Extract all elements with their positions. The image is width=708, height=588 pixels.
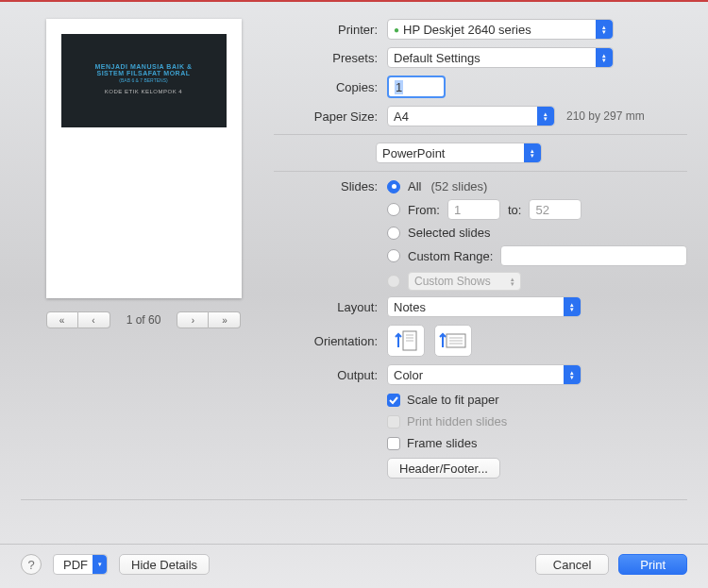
output-label: Output: <box>274 368 387 382</box>
slides-from-value: 1 <box>454 203 461 217</box>
updown-icon: ▴▾ <box>564 365 581 384</box>
slide-subtitle: KODE ETIK KELOMPOK 4 <box>105 89 182 94</box>
presets-label: Presets: <box>274 51 387 65</box>
slide-thumbnail: MENJADI MANUSIA BAIK & SISTEM FILSAFAT M… <box>61 34 227 127</box>
check-icon <box>389 395 398 405</box>
scale-checkbox[interactable] <box>387 394 400 407</box>
slides-from-input[interactable]: 1 <box>447 199 500 220</box>
hide-details-label: Hide Details <box>131 558 197 572</box>
output-select[interactable]: Color ▴▾ <box>387 364 582 385</box>
updown-icon: ▴▾ <box>524 143 541 162</box>
preview-last-button[interactable]: » <box>209 311 241 328</box>
print-button[interactable]: Print <box>618 554 687 575</box>
slides-custom-range-input[interactable] <box>500 245 687 266</box>
app-section-select[interactable]: PowerPoint ▴▾ <box>376 143 542 163</box>
hidden-checkbox <box>387 415 400 428</box>
app-section-value: PowerPoint <box>382 146 445 160</box>
layout-value: Notes <box>394 300 426 314</box>
copies-label: Copies: <box>274 80 387 94</box>
frame-label: Frame slides <box>407 436 477 450</box>
hide-details-button[interactable]: Hide Details <box>119 554 210 575</box>
layout-label: Layout: <box>274 300 387 314</box>
slides-all-count: (52 slides) <box>430 179 487 193</box>
orientation-portrait-button[interactable] <box>387 325 425 357</box>
slide-title-line2: SISTEM FILSAFAT MORAL <box>96 70 190 76</box>
slide-title-line1: MENJADI MANUSIA BAIK & <box>95 63 193 70</box>
updown-icon: ▴▾ <box>564 297 581 316</box>
slides-all-radio[interactable] <box>387 180 400 193</box>
scale-label: Scale to fit paper <box>407 393 499 407</box>
printer-value: HP Deskjet 2640 series <box>403 23 531 37</box>
layout-select[interactable]: Notes ▴▾ <box>387 296 582 317</box>
header-footer-button[interactable]: Header/Footer... <box>387 458 500 479</box>
orientation-landscape-button[interactable] <box>434 325 472 357</box>
help-icon: ? <box>27 558 34 572</box>
print-label: Print <box>640 558 666 572</box>
help-button[interactable]: ? <box>21 554 42 575</box>
copies-value: 1 <box>395 80 403 94</box>
slides-to-value: 52 <box>535 203 548 217</box>
pdf-menu[interactable]: PDF ▾ <box>53 554 108 575</box>
hidden-label: Print hidden slides <box>407 414 507 428</box>
paper-size-value: A4 <box>394 109 409 124</box>
slides-from-radio[interactable] <box>387 203 400 216</box>
printer-select[interactable]: ● HP Deskjet 2640 series ▴▾ <box>387 19 614 40</box>
presets-value: Default Settings <box>394 51 480 65</box>
preview-next-button[interactable]: › <box>177 311 209 328</box>
down-icon: ▾ <box>93 555 107 574</box>
slides-custom-shows-radio <box>387 275 400 288</box>
preview-prev-button[interactable]: ‹ <box>78 311 110 328</box>
output-value: Color <box>394 368 423 382</box>
print-preview: MENJADI MANUSIA BAIK & SISTEM FILSAFAT M… <box>46 19 242 298</box>
slides-custom-shows-label: Custom Shows <box>414 275 491 288</box>
slides-selected-label: Selected slides <box>408 226 490 240</box>
updown-icon: ▴▾ <box>596 48 613 67</box>
presets-select[interactable]: Default Settings ▴▾ <box>387 47 614 68</box>
slide-title-line2b: (BAB 6 & 7 BERTENS) <box>119 77 167 83</box>
updown-icon: ▴▾ <box>505 273 520 290</box>
printer-status-icon: ● <box>394 25 399 35</box>
frame-checkbox[interactable] <box>387 437 400 450</box>
orientation-label: Orientation: <box>274 334 387 348</box>
paper-size-select[interactable]: A4 ▴▾ <box>387 106 555 126</box>
slides-custom-range-radio[interactable] <box>387 249 400 262</box>
slides-all-label: All <box>408 179 421 193</box>
slides-from-label: From: <box>408 203 440 217</box>
preview-first-button[interactable]: « <box>46 311 78 328</box>
slides-custom-range-label: Custom Range: <box>408 249 493 263</box>
page-indicator: 1 of 60 <box>126 313 161 327</box>
slides-to-input[interactable]: 52 <box>529 199 582 220</box>
slides-custom-shows-select: Custom Shows ▴▾ <box>408 272 521 291</box>
slides-label: Slides: <box>274 179 387 193</box>
header-footer-label: Header/Footer... <box>399 462 488 476</box>
paper-size-label: Paper Size: <box>274 109 387 124</box>
landscape-icon <box>439 328 467 353</box>
updown-icon: ▴▾ <box>596 20 613 39</box>
portrait-icon <box>394 328 418 353</box>
printer-label: Printer: <box>274 23 387 37</box>
paper-dimensions: 210 by 297 mm <box>566 109 645 123</box>
slides-selected-radio[interactable] <box>387 227 400 240</box>
copies-input[interactable]: 1 <box>387 76 446 98</box>
updown-icon: ▴▾ <box>537 107 554 126</box>
slides-to-label: to: <box>508 203 521 217</box>
pdf-label: PDF <box>63 558 88 572</box>
cancel-label: Cancel <box>553 558 591 572</box>
cancel-button[interactable]: Cancel <box>535 554 609 575</box>
